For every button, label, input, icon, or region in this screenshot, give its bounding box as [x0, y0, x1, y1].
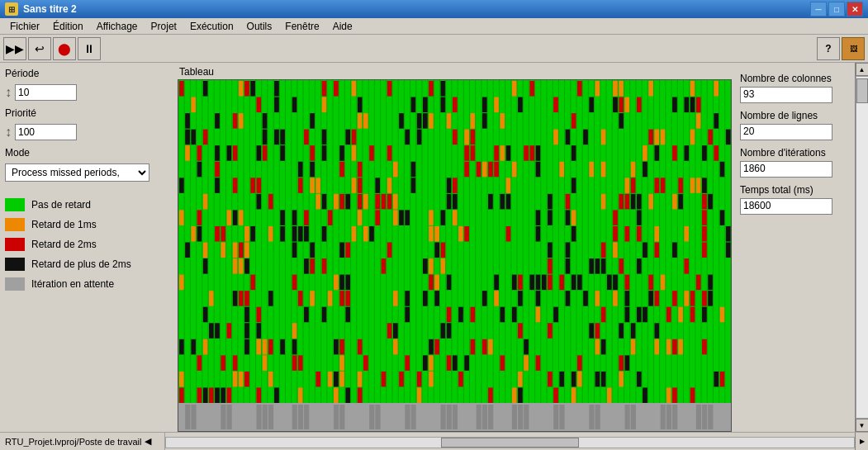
- menu-execution[interactable]: Exécution: [183, 20, 240, 33]
- status-separator-icon: ◀: [145, 436, 151, 447]
- reset-button[interactable]: ↩: [28, 37, 51, 60]
- legend-item-2ms: Retard de 2ms: [5, 238, 173, 251]
- right-panel: Nombre de colonnes 93 Nombre de lignes 2…: [735, 63, 855, 432]
- periode-label: Période: [5, 68, 173, 79]
- status-scrollbar-thumb[interactable]: [441, 438, 579, 448]
- nb-lignes-value: 20: [740, 124, 832, 140]
- main-content: Période ↕ Priorité ↕ Mode Process missed…: [0, 63, 868, 432]
- legend-item-no-delay: Pas de retard: [5, 198, 173, 211]
- status-scrollbar[interactable]: [165, 437, 855, 448]
- nb-colonnes-value: 93: [740, 87, 832, 103]
- scroll-thumb[interactable]: [856, 78, 868, 103]
- tableau-label: Tableau: [178, 66, 732, 78]
- tableau-canvas: [178, 80, 731, 431]
- window-title: Sans titre 2: [23, 3, 810, 15]
- temps-total-label: Temps total (ms): [740, 184, 850, 196]
- legend-label-2ms: Retard de 2ms: [31, 239, 97, 250]
- scroll-down-button[interactable]: ▼: [856, 419, 869, 432]
- legend-label-1ms: Retard de 1ms: [31, 219, 97, 230]
- legend-item-waiting: Itération en attente: [5, 277, 173, 291]
- legend-label-no-delay: Pas de retard: [31, 199, 91, 211]
- toolbar: ▶▶ ↩ ⬤ ⏸ ? 🖼: [0, 35, 868, 63]
- periode-spinner-row: ↕: [5, 84, 173, 101]
- legend-color-1ms: [5, 218, 25, 231]
- pause-button[interactable]: ⏸: [78, 37, 101, 60]
- periode-input[interactable]: [15, 84, 77, 101]
- status-path-text: RTU_Projet.lvproj/Poste de travail: [5, 437, 141, 447]
- left-panel: Période ↕ Priorité ↕ Mode Process missed…: [0, 63, 178, 432]
- priorite-spinner-icon: ↕: [5, 125, 12, 140]
- nb-colonnes-label: Nombre de colonnes: [740, 73, 850, 84]
- menu-outils[interactable]: Outils: [240, 20, 279, 33]
- nb-iterations-value: 1860: [740, 161, 832, 178]
- menu-edition[interactable]: Édition: [46, 20, 90, 33]
- menu-bar: Fichier Édition Affichage Projet Exécuti…: [0, 18, 868, 35]
- menu-fenetre[interactable]: Fenêtre: [278, 20, 325, 33]
- periode-spinner-icon: ↕: [5, 85, 12, 100]
- priorite-label: Priorité: [5, 107, 173, 119]
- title-bar: ⊞ Sans titre 2 ─ □ ✕: [0, 0, 868, 18]
- mode-label: Mode: [5, 147, 173, 159]
- mode-select[interactable]: Process missed periods,: [5, 163, 149, 182]
- priorite-spinner-row: ↕: [5, 124, 173, 140]
- legend-color-more2ms: [5, 258, 25, 271]
- legend-label-waiting: Itération en attente: [31, 278, 114, 290]
- priorite-input[interactable]: [15, 124, 77, 140]
- menu-fichier[interactable]: Fichier: [3, 20, 46, 33]
- nb-lignes-label: Nombre de lignes: [740, 110, 850, 121]
- status-bar: RTU_Projet.lvproj/Poste de travail ◀ ▶: [0, 432, 868, 450]
- center-panel: Tableau: [178, 63, 735, 432]
- legend-item-more2ms: Retard de plus de 2ms: [5, 258, 173, 271]
- status-scroll-area[interactable]: [165, 433, 855, 450]
- window-controls: ─ □ ✕: [810, 2, 863, 17]
- context-button[interactable]: 🖼: [842, 37, 865, 60]
- help-button[interactable]: ?: [817, 37, 840, 60]
- menu-aide[interactable]: Aide: [326, 20, 359, 33]
- run-button[interactable]: ▶▶: [3, 37, 26, 60]
- menu-projet[interactable]: Projet: [145, 20, 183, 33]
- minimize-button[interactable]: ─: [810, 2, 827, 17]
- scroll-up-button[interactable]: ▲: [856, 63, 869, 76]
- legend-label-more2ms: Retard de plus de 2ms: [31, 258, 131, 270]
- menu-affichage[interactable]: Affichage: [90, 20, 145, 33]
- scroll-right: ▲ ▼: [855, 63, 868, 432]
- status-path: RTU_Projet.lvproj/Poste de travail ◀: [0, 433, 165, 450]
- close-button[interactable]: ✕: [847, 2, 863, 17]
- legend-color-waiting: [5, 277, 25, 291]
- app-icon: ⊞: [5, 2, 18, 16]
- temps-total-value: 18600: [740, 198, 832, 215]
- legend: Pas de retard Retard de 1ms Retard de 2m…: [5, 198, 173, 291]
- stop-button[interactable]: ⬤: [53, 37, 76, 60]
- scroll-track[interactable]: [856, 76, 869, 419]
- legend-item-1ms: Retard de 1ms: [5, 218, 173, 231]
- tableau-container: [178, 79, 732, 432]
- nb-iterations-label: Nombre d'itérations: [740, 147, 850, 159]
- maximize-button[interactable]: □: [828, 2, 845, 17]
- legend-color-2ms: [5, 238, 25, 251]
- legend-color-no-delay: [5, 198, 25, 211]
- status-scroll-right-button[interactable]: ▶: [855, 433, 868, 451]
- toolbar-right: ? 🖼: [817, 37, 865, 60]
